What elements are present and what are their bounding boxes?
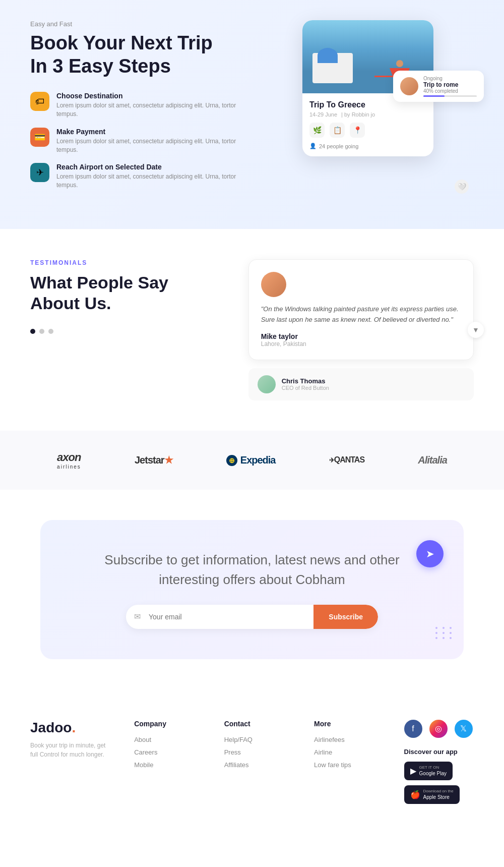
footer-link-airline[interactable]: Airline <box>314 748 384 756</box>
rome-status: Ongoing <box>423 76 477 81</box>
footer-link-mobile[interactable]: Mobile <box>134 761 204 769</box>
subscribe-button[interactable]: Subscribe <box>313 605 378 629</box>
trip-people-count: 24 people going <box>309 143 426 149</box>
partner-alitalia: Alitalia <box>418 454 447 466</box>
facebook-icon[interactable]: f <box>404 720 422 738</box>
testimonial-quote: "On the Windows talking painted pasture … <box>261 304 461 325</box>
discover-app-label: Discover our app <box>404 748 474 756</box>
step-icon-airport: ✈ <box>30 163 49 182</box>
testimonial-avatar-chris <box>258 375 276 393</box>
send-fab-button[interactable]: ➤ <box>416 540 444 567</box>
partner-axon: axon airlines <box>57 451 81 470</box>
book-left-content: Easy and Fast Book Your Next Trip In 3 E… <box>30 20 262 199</box>
rome-progress-label: 40% completed <box>423 88 477 94</box>
instagram-icon[interactable]: ◎ <box>429 720 448 738</box>
partners-section: axon airlines Jetstar★ ⊕ Expedia ✈QANTAS… <box>0 431 504 490</box>
footer-link-faq[interactable]: Help/FAQ <box>224 736 294 743</box>
google-play-icon: ▶ <box>410 766 416 776</box>
apple-icon: 🍎 <box>410 790 420 799</box>
trip-icon-leaf[interactable]: 🌿 <box>309 123 325 138</box>
testimonial-name-chris: Chris Thomas <box>282 377 329 385</box>
trip-icon-list[interactable]: 📋 <box>330 123 345 138</box>
apple-store-name: Apple Store <box>423 794 454 800</box>
testimonial-next-arrow[interactable]: ▼ <box>468 322 484 338</box>
step-reach-airport: ✈ Reach Airport on Selected Date Lorem i… <box>30 163 242 190</box>
app-buttons-group: ▶ GET IT ON Google Play 🍎 Download on th… <box>404 762 474 804</box>
rome-avatar <box>400 77 418 95</box>
step-desc-choose: Lorem ipsum dolor sit amet, consectetur … <box>56 101 242 119</box>
trip-icon-location[interactable]: 📍 <box>350 123 365 138</box>
decor-dots <box>435 627 454 639</box>
book-right-visual: Trip To Greece 14-29 June| by Robbin jo … <box>262 20 474 199</box>
heart-button[interactable]: 🤍 <box>455 180 469 194</box>
partner-jetstar: Jetstar★ <box>135 454 173 466</box>
partner-expedia: ⊕ Expedia <box>226 454 276 467</box>
testimonials-label: TESTIMONIALS <box>30 259 218 266</box>
step-icon-payment: 💳 <box>30 128 49 147</box>
rome-progress-bar <box>423 95 477 97</box>
trip-card-meta: 14-29 June| by Robbin jo <box>309 111 426 118</box>
footer-link-about[interactable]: About <box>134 736 204 743</box>
partner-qantas: ✈QANTAS <box>329 455 364 465</box>
testimonials-left: TESTIMONIALS What People Say About Us. <box>30 259 218 400</box>
testimonials-right: "On the Windows talking painted pasture … <box>248 259 474 400</box>
step-icon-choose: 🏷 <box>30 92 49 111</box>
book-trip-section: Easy and Fast Book Your Next Trip In 3 E… <box>0 0 504 229</box>
footer: Jadoo. Book your trip in minute, get ful… <box>0 689 504 825</box>
rome-trip-card: Ongoing Trip to rome 40% completed <box>393 71 484 102</box>
google-play-name: Google Play <box>419 770 447 777</box>
step-title-payment: Make Payment <box>56 128 242 136</box>
footer-link-careers[interactable]: Careers <box>134 748 204 756</box>
rome-title: Trip to rome <box>423 81 477 88</box>
testimonial-location-mike: Lahore, Pakistan <box>261 340 461 348</box>
step-desc-payment: Lorem ipsum dolor sit amet, consectetur … <box>56 137 242 154</box>
footer-link-affiliates[interactable]: Affiliates <box>224 761 294 769</box>
testimonials-section: TESTIMONIALS What People Say About Us. "… <box>0 229 504 431</box>
testimonial-dots <box>30 329 218 334</box>
step-title-airport: Reach Airport on Selected Date <box>56 163 242 171</box>
testimonial-card-second: Chris Thomas CEO of Red Button <box>248 368 474 400</box>
subscribe-section: ➤ Subscribe to get information, latest n… <box>40 520 464 659</box>
footer-social: f ◎ 𝕏 Discover our app ▶ GET IT ON Googl… <box>404 720 474 804</box>
footer-logo: Jadoo. <box>30 720 114 736</box>
social-icons-group: f ◎ 𝕏 <box>404 720 474 738</box>
testimonial-name-mike: Mike taylor <box>261 332 461 340</box>
email-input[interactable] <box>149 605 313 629</box>
footer-link-airlinefees[interactable]: Airlinefees <box>314 736 384 743</box>
footer-link-press[interactable]: Press <box>224 748 294 756</box>
subscribe-form: ✉ Subscribe <box>126 605 378 629</box>
footer-contact-heading: Contact <box>224 720 294 728</box>
apple-store-sub: Download on the <box>423 789 454 794</box>
step-title-choose: Choose Destination <box>56 92 242 100</box>
footer-company: Company About Careers Mobile <box>134 720 204 804</box>
step-make-payment: 💳 Make Payment Lorem ipsum dolor sit ame… <box>30 128 242 154</box>
trip-card-icons: 🌿 📋 📍 <box>309 123 426 138</box>
footer-tagline: Book your trip in minute, get full Contr… <box>30 741 106 759</box>
dot-2[interactable] <box>39 329 44 334</box>
easy-fast-label: Easy and Fast <box>30 20 242 28</box>
testimonial-title-chris: CEO of Red Button <box>282 385 329 391</box>
google-play-button[interactable]: ▶ GET IT ON Google Play <box>404 762 453 780</box>
footer-more: More Airlinefees Airline Low fare tips <box>314 720 384 804</box>
testimonial-card-main: "On the Windows talking painted pasture … <box>248 259 474 360</box>
apple-store-button[interactable]: 🍎 Download on the Apple Store <box>404 785 460 804</box>
footer-contact: Contact Help/FAQ Press Affiliates <box>224 720 294 804</box>
testimonial-avatar-mike <box>261 272 286 297</box>
testimonials-title: What People Say About Us. <box>30 272 218 314</box>
footer-link-lowfare[interactable]: Low fare tips <box>314 761 384 769</box>
google-play-sub: GET IT ON <box>419 765 447 770</box>
step-choose-destination: 🏷 Choose Destination Lorem ipsum dolor s… <box>30 92 242 119</box>
footer-company-heading: Company <box>134 720 204 728</box>
subscribe-title: Subscribe to get information, latest new… <box>101 550 403 590</box>
step-desc-airport: Lorem ipsum dolor sit amet, consectetur … <box>56 172 242 190</box>
footer-more-heading: More <box>314 720 384 728</box>
footer-brand: Jadoo. Book your trip in minute, get ful… <box>30 720 114 804</box>
dot-1[interactable] <box>30 329 35 334</box>
email-icon: ✉ <box>126 612 149 621</box>
rome-progress-fill <box>423 95 445 97</box>
book-title: Book Your Next Trip In 3 Easy Steps <box>30 32 242 78</box>
twitter-icon[interactable]: 𝕏 <box>455 720 473 738</box>
dot-3[interactable] <box>48 329 53 334</box>
subscribe-wrapper: ➤ Subscribe to get information, latest n… <box>0 520 504 659</box>
